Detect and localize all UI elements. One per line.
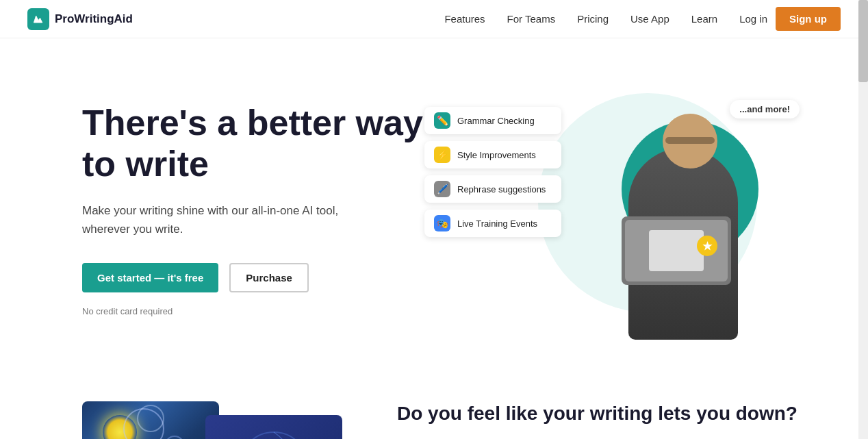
section2-title: Do you feel like your writing lets you d…: [397, 401, 813, 426]
person-glasses: [665, 137, 715, 144]
training-label: Live Training Events: [457, 218, 537, 229]
hero-section: There's a better way to write Make your …: [0, 38, 868, 367]
grammar-label: Grammar Checking: [457, 116, 535, 126]
nav-learn[interactable]: Learn: [691, 13, 717, 25]
starry-night-card: My idea in my head: [82, 401, 219, 439]
signup-button[interactable]: Sign up: [776, 7, 841, 31]
purchase-button[interactable]: Purchase: [229, 263, 309, 292]
scrollbar-track[interactable]: [858, 0, 868, 439]
star-badge: ★: [697, 236, 717, 256]
svg-point-0: [240, 432, 308, 439]
nav-actions: Log in Sign up: [739, 7, 841, 31]
grammar-icon: ✏️: [434, 112, 450, 129]
nav-links: Features For Teams Pricing Use App Learn: [444, 13, 717, 25]
nav-features[interactable]: Features: [444, 13, 485, 25]
swirl-3: [164, 436, 185, 439]
laptop-screen: ★: [625, 220, 728, 281]
hero-left: There's a better way to write Make your …: [82, 103, 438, 316]
feature-grammar: ✏️ Grammar Checking: [424, 107, 561, 134]
scrollbar-thumb[interactable]: [858, 0, 868, 82]
rephrase-icon: 🖊️: [434, 181, 450, 197]
logo-link[interactable]: ProWritingAid: [27, 8, 133, 30]
hero-subtitle: Make your writing shine with our all-in-…: [82, 201, 370, 238]
hero-right: ...and more! ✏️ Grammar Checking ⚡ Style…: [438, 79, 813, 340]
login-button[interactable]: Log in: [739, 13, 767, 25]
brand-name: ProWritingAid: [55, 12, 133, 26]
section2: My idea in my head Do you feel like your…: [0, 367, 868, 439]
swirl-svg: [233, 425, 315, 439]
logo-icon: [27, 8, 49, 30]
nav-for-teams[interactable]: For Teams: [507, 13, 556, 25]
section2-right: Do you feel like your writing lets you d…: [397, 394, 813, 439]
hero-illustration: ★: [608, 93, 772, 340]
hero-buttons: Get started — it's free Purchase: [82, 263, 438, 292]
training-icon: 🎭: [434, 215, 450, 231]
feature-rephrase: 🖊️ Rephrase suggestions: [424, 175, 561, 203]
starry-night-painting: [82, 401, 219, 439]
nav-use-app[interactable]: Use App: [630, 13, 669, 25]
swirl-2: [137, 405, 164, 432]
get-started-button[interactable]: Get started — it's free: [82, 263, 218, 292]
hero-title: There's a better way to write: [82, 103, 438, 185]
section2-images: My idea in my head: [82, 394, 356, 439]
navbar: ProWritingAid Features For Teams Pricing…: [0, 0, 868, 38]
swirl-container: [233, 425, 315, 439]
feature-training: 🎭 Live Training Events: [424, 210, 561, 237]
dark-swirl-card: [205, 415, 342, 439]
style-label: Style Improvements: [457, 150, 536, 160]
feature-style: ⚡ Style Improvements: [424, 141, 561, 168]
dark-card-inner: [205, 415, 342, 439]
nav-pricing[interactable]: Pricing: [577, 13, 609, 25]
laptop: ★: [622, 216, 731, 285]
laptop-content: ★: [649, 230, 704, 271]
feature-cards: ✏️ Grammar Checking ⚡ Style Improvements…: [424, 107, 561, 237]
rephrase-label: Rephrase suggestions: [457, 184, 546, 195]
style-icon: ⚡: [434, 147, 450, 163]
no-credit-label: No credit card required: [82, 306, 438, 316]
